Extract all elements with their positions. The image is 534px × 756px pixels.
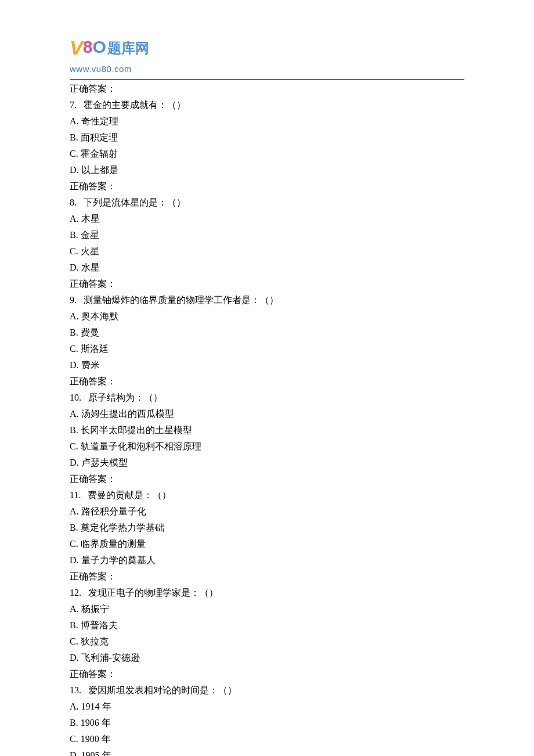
question-stem: 7. 霍金的主要成就有：（） (70, 97, 464, 113)
question-option: C. 斯洛廷 (70, 341, 464, 357)
logo-chinese-text: 题库网 (107, 36, 149, 60)
question-option: D. 卢瑟夫模型 (70, 455, 464, 471)
question-option: C. 火星 (70, 243, 464, 260)
question-option: B. 面积定理 (70, 129, 464, 146)
question-option: B. 1906 年 (70, 715, 464, 731)
logo-graphic: V 8 O 题库网 (70, 29, 464, 64)
question-option: D. 费米 (70, 357, 464, 373)
question-option: B. 博普洛夫 (70, 617, 464, 633)
question-option: A. 木星 (70, 211, 464, 227)
header-divider (70, 79, 464, 80)
question-option: B. 费曼 (70, 325, 464, 341)
url-part: vu80 (92, 64, 112, 74)
question-option: C. 轨道量子化和泡利不相溶原理 (70, 438, 464, 455)
preamble-answer-label: 正确答案： (70, 81, 464, 97)
question-stem: 13. 爱因斯坦发表相对论的时间是：（） (70, 682, 464, 699)
question-option: D. 量子力学的奠基人 (70, 552, 464, 568)
site-logo: V 8 O 题库网 www.vu80.com (70, 29, 464, 77)
question-option: A. 1914 年 (70, 699, 464, 715)
question-option: C. 霍金辐射 (70, 146, 464, 162)
question-option: D. 水星 (70, 260, 464, 276)
logo-digit-8: 8 (83, 32, 93, 63)
question-option: A. 路径积分量子化 (70, 503, 464, 520)
question-stem: 9. 测量铀爆炸的临界质量的物理学工作者是：（） (70, 292, 464, 308)
answer-label: 正确答案： (70, 666, 464, 682)
answer-label: 正确答案： (70, 178, 464, 195)
logo-bunny-icon: V (70, 31, 83, 66)
question-option: D. 1905 年 (70, 747, 464, 756)
question-option: C. 狄拉克 (70, 633, 464, 650)
question-option: B. 金星 (70, 227, 464, 243)
logo-digit-0: O (92, 32, 106, 63)
answer-label: 正确答案： (70, 276, 464, 292)
question-option: A. 奇性定理 (70, 113, 464, 129)
answer-label: 正确答案： (70, 568, 464, 585)
question-option: B. 长冈半太郎提出的土星模型 (70, 422, 464, 438)
question-option: D. 飞利浦-安德逊 (70, 650, 464, 666)
question-option: A. 汤姆生提出的西瓜模型 (70, 406, 464, 422)
url-part: com (114, 64, 132, 74)
logo-url: www.vu80.com (70, 62, 464, 77)
question-option: C. 临界质量的测量 (70, 536, 464, 552)
question-stem: 12. 发现正电子的物理学家是：（） (70, 585, 464, 601)
answer-label: 正确答案： (70, 373, 464, 390)
question-stem: 8. 下列是流体星的是：（） (70, 195, 464, 211)
question-option: A. 杨振宁 (70, 601, 464, 617)
answer-label: 正确答案： (70, 471, 464, 487)
document-content: 正确答案： 7. 霍金的主要成就有：（）A. 奇性定理B. 面积定理C. 霍金辐… (70, 81, 464, 756)
question-option: A. 奥本海默 (70, 308, 464, 325)
question-stem: 11. 费曼的贡献是：（） (70, 487, 464, 503)
question-option: B. 奠定化学热力学基础 (70, 520, 464, 536)
question-option: C. 1900 年 (70, 731, 464, 747)
question-option: D. 以上都是 (70, 162, 464, 178)
question-stem: 10. 原子结构为：（） (70, 390, 464, 406)
